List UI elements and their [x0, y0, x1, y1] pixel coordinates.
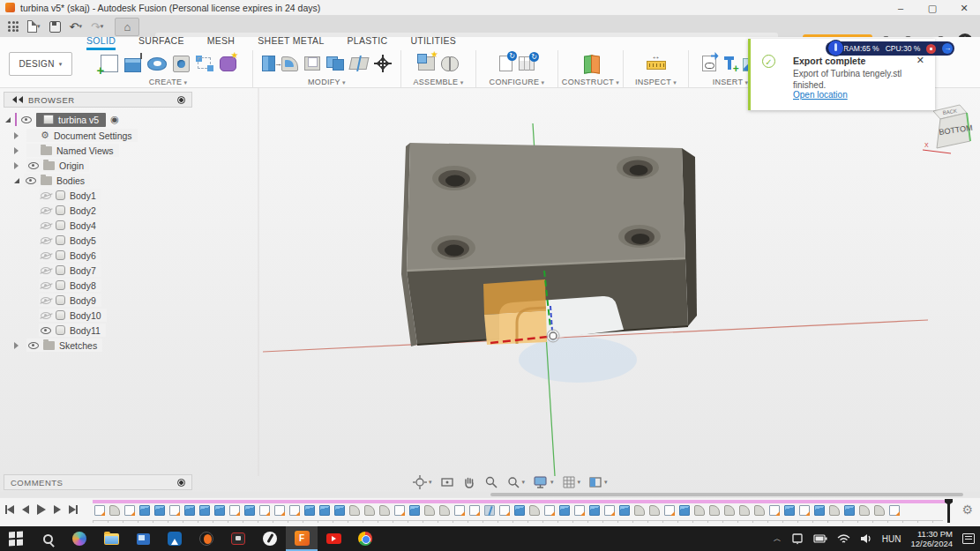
fusion-taskbar-button[interactable]: F — [286, 526, 318, 551]
feature-icon[interactable] — [724, 505, 735, 516]
record-icon[interactable] — [926, 44, 936, 54]
autodesk-access-button[interactable] — [159, 526, 191, 551]
feature-icon[interactable] — [799, 505, 810, 516]
body-row[interactable]: Body9 — [4, 293, 192, 308]
expand-arrow-icon[interactable] — [14, 147, 22, 154]
activate-document-icon[interactable]: ◉ — [110, 115, 119, 124]
screenshot-tool-button[interactable] — [254, 526, 286, 551]
body-row[interactable]: Body6 — [4, 248, 192, 263]
assemble-group-label[interactable]: ASSEMBLE — [414, 78, 464, 86]
feature-icon[interactable] — [589, 505, 600, 516]
feature-icon[interactable] — [469, 505, 480, 516]
feature-icon[interactable] — [874, 505, 885, 516]
feature-icon[interactable] — [94, 505, 105, 516]
visibility-eye-icon[interactable] — [41, 207, 51, 214]
expand-arrow-icon[interactable] — [5, 117, 11, 123]
feature-icon[interactable] — [694, 505, 705, 516]
ribbon-tab[interactable]: UTILITIES — [410, 35, 456, 50]
go-to-end-button[interactable] — [69, 505, 78, 514]
expand-arrow-icon[interactable] — [14, 178, 19, 183]
feature-icon[interactable] — [259, 505, 270, 516]
feature-icon[interactable] — [529, 505, 540, 516]
feature-icon[interactable] — [169, 505, 180, 516]
expand-arrow-icon[interactable] — [14, 162, 22, 169]
fit-zoom-tool[interactable]: ▾ — [506, 475, 526, 489]
body-row[interactable]: Body2 — [4, 203, 192, 218]
feature-icon[interactable] — [199, 505, 210, 516]
inspect-group-label[interactable]: INSPECT — [635, 78, 677, 86]
viewports-tool[interactable]: ▾ — [588, 475, 608, 489]
feature-icon[interactable] — [154, 505, 165, 516]
body-row[interactable]: Body7 — [4, 263, 192, 278]
feature-icon[interactable] — [574, 505, 585, 516]
save-button[interactable] — [47, 18, 64, 35]
body-row[interactable]: Body10 — [4, 308, 192, 323]
design-workspace-selector[interactable]: DESIGN▾ — [9, 52, 72, 76]
pan-tool[interactable] — [462, 475, 476, 489]
maximize-button[interactable]: ▢ — [916, 0, 948, 16]
comments-bar[interactable]: COMMENTS — [4, 474, 192, 490]
visibility-eye-icon[interactable] — [28, 162, 39, 169]
browser-tree-row[interactable]: Bodies — [4, 173, 192, 188]
display-settings-tool[interactable]: ▾ — [533, 475, 554, 489]
feature-icon[interactable] — [619, 505, 630, 516]
feature-icon[interactable] — [214, 505, 225, 516]
volume-icon[interactable] — [860, 533, 872, 544]
feature-icon[interactable] — [439, 505, 450, 516]
grid-layout-tool[interactable]: ▾ — [562, 475, 581, 489]
revolve-icon[interactable] — [147, 57, 167, 71]
browser-tree-row[interactable]: ⚙Document Settings — [4, 128, 192, 143]
language-indicator[interactable]: HUN — [882, 534, 901, 544]
configure-group-label[interactable]: CONFIGURE — [490, 78, 545, 86]
body-row[interactable]: Body8 — [4, 278, 192, 293]
undo-button[interactable]: ↶▾ — [67, 18, 85, 35]
expand-arrow-icon[interactable]: → — [942, 43, 953, 54]
app-grid-button[interactable] — [5, 18, 21, 35]
panel-handle-icon[interactable] — [177, 96, 185, 104]
screen-recorder-button[interactable] — [222, 526, 254, 551]
visibility-eye-icon[interactable] — [41, 222, 51, 229]
sketches-row[interactable]: Sketches — [4, 338, 192, 353]
youtube-button[interactable] — [318, 526, 349, 551]
browser-header[interactable]: BROWSER — [4, 92, 192, 108]
visibility-eye-icon[interactable] — [41, 312, 51, 319]
feature-icon[interactable] — [649, 505, 660, 516]
file-explorer-button[interactable] — [95, 526, 127, 551]
hole-icon[interactable] — [173, 56, 190, 72]
browser-tree-row[interactable]: Origin — [4, 158, 192, 173]
configuration-table-icon[interactable] — [519, 56, 535, 71]
joint-icon[interactable] — [441, 56, 459, 71]
battery-icon[interactable] — [813, 533, 827, 544]
feature-icon[interactable] — [634, 505, 645, 516]
feature-icon[interactable] — [709, 505, 720, 516]
ribbon-tab[interactable]: SOLID — [86, 35, 116, 50]
chrome-button[interactable] — [349, 526, 381, 551]
visibility-eye-icon[interactable] — [41, 192, 51, 199]
extrude-icon[interactable] — [124, 58, 141, 72]
feature-icon[interactable] — [274, 505, 285, 516]
construct-group-label[interactable]: CONSTRUCT — [562, 78, 619, 86]
feature-icon[interactable] — [604, 505, 615, 516]
body-row[interactable]: Body4 — [4, 218, 192, 233]
orbit-tool[interactable]: ▾ — [413, 475, 432, 489]
feature-icon[interactable] — [664, 505, 675, 516]
visibility-eye-icon[interactable] — [41, 252, 51, 259]
insert-derive-icon[interactable] — [702, 56, 716, 71]
combine-icon[interactable] — [326, 56, 344, 71]
visibility-eye-icon[interactable] — [41, 237, 51, 244]
feature-icon[interactable] — [109, 505, 120, 516]
hidden-icons-chevron[interactable]: ︿ — [774, 533, 782, 545]
visibility-eye-icon[interactable] — [41, 282, 51, 289]
close-button[interactable]: ✕ — [948, 0, 980, 16]
feature-icon[interactable] — [319, 505, 330, 516]
look-at-tool[interactable] — [440, 475, 454, 489]
create-form-icon[interactable] — [220, 56, 236, 71]
feature-icon[interactable] — [124, 505, 135, 516]
photos-app-button[interactable] — [127, 526, 159, 551]
feature-icon[interactable] — [364, 505, 375, 516]
device-tray-icon[interactable] — [791, 532, 804, 545]
step-forward-button[interactable] — [54, 505, 61, 514]
visibility-eye-icon[interactable] — [41, 327, 51, 334]
construction-plane-icon[interactable] — [582, 56, 600, 71]
taskbar-search-button[interactable] — [32, 526, 64, 551]
